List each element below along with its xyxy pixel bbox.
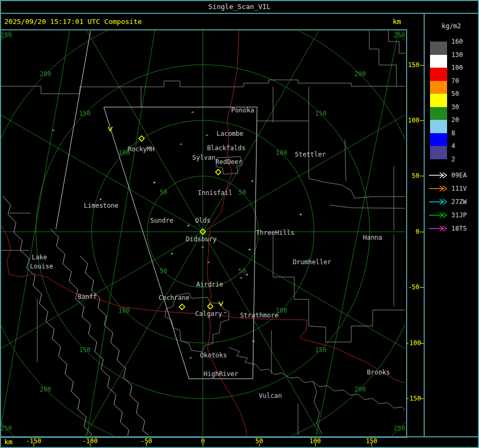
town-marker: *	[170, 252, 173, 257]
scale-color-box	[430, 68, 447, 81]
range-ring-label: 50	[238, 189, 246, 196]
radar-id-label: 111V	[451, 185, 477, 192]
city-label: Airdrie	[196, 281, 224, 288]
scale-color-box	[430, 133, 447, 146]
town-marker: ^	[207, 261, 210, 266]
city-label: RockyMH	[128, 145, 155, 153]
city-label: Cochrane	[159, 294, 189, 302]
city-label: RedDeer	[216, 158, 243, 166]
radar-id-label: 09EA	[451, 172, 477, 179]
window-title: Single_Scan_VIL	[208, 3, 270, 11]
scale-color-box	[430, 120, 447, 133]
y-axis-tick	[420, 232, 424, 232]
scale-value-label: 130	[451, 51, 475, 59]
range-ring-label: 200	[354, 70, 366, 78]
town-marker: ^	[191, 111, 194, 116]
title-bar: Single_Scan_VIL	[0, 0, 479, 14]
scale-color-box	[430, 81, 447, 94]
x-axis-tick	[259, 443, 260, 446]
y-axis-tick	[420, 65, 424, 66]
scale-value-label: 8	[451, 129, 475, 137]
city-label: Vulcan	[259, 392, 282, 400]
town-marker: +	[248, 247, 251, 252]
city-label: Drumheller	[293, 258, 331, 266]
town-marker: ^	[224, 311, 227, 316]
range-ring-label: 150	[79, 346, 90, 354]
radar-id-label: 31JP	[451, 211, 477, 219]
city-label: HighRiver	[203, 370, 238, 378]
bottom-axis-separator	[0, 436, 479, 437]
scale-min-label: 2	[451, 156, 475, 163]
city-label: Olds	[195, 217, 211, 224]
city-label: Ponoka	[231, 107, 254, 114]
town-marker: +	[187, 223, 190, 228]
radar-arrow-icon	[428, 198, 448, 206]
scale-value-label: 160	[451, 38, 475, 45]
y-axis-label: -50	[406, 283, 419, 291]
x-axis-tick	[146, 443, 147, 446]
scale-value-label: 70	[451, 77, 475, 85]
range-ring-label: 250	[1, 31, 12, 39]
map-canvas[interactable]: 5050505010010010010015015015015020020020…	[1, 30, 405, 436]
radar-arrow-icon	[428, 185, 448, 192]
city-label: Calgary	[195, 310, 222, 317]
city-label: Banff	[78, 293, 97, 300]
radar-arrow-icon	[428, 225, 448, 232]
x-axis-tick	[371, 443, 372, 446]
city-label: Hanna	[363, 234, 382, 241]
city-label: Blackfalds	[207, 144, 245, 152]
town-marker: +	[245, 272, 249, 277]
radar-arrow-icon	[428, 172, 448, 179]
town-marker: *	[251, 180, 253, 185]
town-marker: ^	[52, 129, 55, 134]
y-axis-tick	[420, 398, 424, 399]
town-marker: ^	[189, 356, 192, 362]
x-axis-tick	[203, 443, 203, 446]
scale-color-box	[430, 55, 447, 68]
city-label: Louise	[30, 263, 53, 270]
scale-value-label: 4	[451, 142, 475, 150]
x-axis-tick	[90, 443, 90, 446]
city-label: Stettler	[295, 151, 326, 158]
city-label: Sylvan	[192, 154, 215, 161]
x-axis-tick	[34, 443, 34, 446]
range-ring-label: 250	[394, 31, 405, 39]
range-ring-label: 50	[160, 189, 167, 196]
scale-color-box	[430, 94, 447, 107]
x-axis-tick	[315, 443, 316, 446]
scale-color-box	[430, 107, 447, 120]
legend-unit-label: kg/m2	[425, 22, 478, 30]
scale-color-box	[430, 146, 447, 159]
range-ring-label: 250	[394, 425, 405, 432]
legend-separator	[424, 14, 425, 437]
city-label: Sundre	[150, 217, 173, 224]
y-axis-label: -100	[406, 339, 419, 347]
city-label: Brooks	[367, 369, 390, 376]
range-ring-label: 150	[79, 110, 90, 117]
range-ring-label: 250	[1, 425, 12, 432]
range-ring-label: 150	[315, 346, 327, 354]
y-axis-label: -150	[406, 395, 419, 402]
city-label: Limestone	[84, 202, 118, 209]
scale-value-label: 30	[451, 103, 475, 111]
y-axis-label: 100	[406, 117, 419, 124]
town-marker: +	[299, 211, 302, 217]
scale-color-box	[430, 42, 447, 55]
radar-id-label: 18TS	[451, 225, 477, 232]
radar-id-label: 27ZW	[451, 198, 477, 206]
city-label: Okotoks	[200, 352, 227, 359]
city-label: Didsbury	[186, 235, 217, 243]
radar-arrow-icon	[428, 211, 448, 219]
y-axis-tick	[420, 120, 424, 121]
town-marker: ^	[201, 246, 204, 251]
city-label: ThreeHills	[256, 229, 294, 237]
axis-unit-bottom-label: km	[4, 438, 13, 446]
y-axis-tick	[420, 287, 424, 288]
range-ring-label: 150	[315, 110, 327, 117]
town-marker: +	[153, 180, 156, 185]
city-label: Strathmore	[240, 312, 278, 319]
town-marker: ^	[205, 134, 209, 139]
range-ring-label: 50	[160, 267, 167, 275]
range-ring-label: 200	[354, 386, 366, 393]
scale-value-label: 20	[451, 116, 475, 124]
